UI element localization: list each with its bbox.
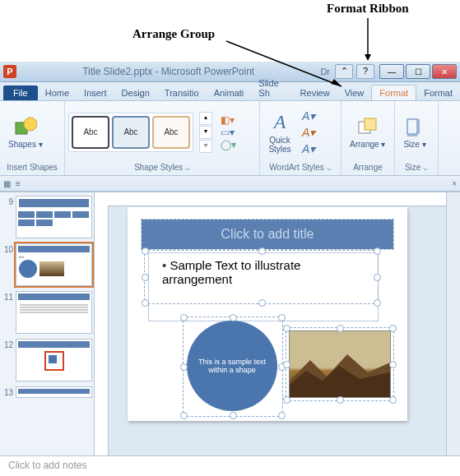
arrange-label: Arrange — [350, 140, 379, 149]
thumbnail-11[interactable]: 11 — [2, 291, 92, 334]
shapes-icon — [14, 115, 37, 138]
group-label-wordart: WordArt Styles — [269, 163, 324, 172]
notes-pane[interactable]: Click to add notes — [0, 455, 460, 476]
app-window: P Title Slide2.pptx - Microsoft PowerPoi… — [0, 62, 460, 476]
style-preset-2[interactable]: Abc — [112, 116, 150, 149]
arrow-format — [364, 18, 372, 63]
group-label-size: Size — [405, 163, 421, 172]
annotation-arrange: Arrange Group — [132, 27, 215, 41]
tab-transitions[interactable]: Transitio — [157, 85, 207, 100]
annotation-format: Format Ribbon — [327, 2, 409, 16]
text-fill-icon[interactable]: A▾ — [302, 109, 315, 122]
maximize-button[interactable]: ☐ — [406, 64, 430, 79]
svg-rect-7 — [365, 118, 376, 130]
outline-tab-icon[interactable]: ≡ — [16, 179, 21, 188]
quick-styles-button[interactable]: A Quick Styles — [263, 109, 296, 155]
gallery-down-icon[interactable]: ▾ — [199, 126, 212, 139]
style-preset-3[interactable]: Abc — [152, 116, 190, 149]
group-wordart: A Quick Styles A▾ A▾ A▾ WordArt Styles ⌵ — [260, 101, 342, 175]
scrollbar-vertical[interactable] — [446, 192, 460, 455]
shapes-button[interactable]: Shapes ▾ — [3, 113, 48, 150]
selection-frame-picture[interactable] — [286, 327, 394, 401]
slide-editor[interactable]: Click to add title • Sample Text to illu… — [95, 192, 446, 455]
selection-frame-body[interactable] — [144, 250, 379, 304]
shape-fill-icon[interactable]: ◧▾ — [221, 114, 236, 126]
size-button[interactable]: Size ▾ — [398, 113, 431, 150]
svg-point-5 — [24, 118, 37, 131]
gallery-up-icon[interactable]: ▴ — [199, 112, 212, 125]
tab-file[interactable]: File — [3, 85, 38, 100]
group-label-shape-styles: Shape Styles — [134, 163, 183, 172]
size-icon — [403, 115, 426, 138]
arrow-arrange — [226, 41, 350, 90]
group-shape-styles: Abc Abc Abc ▴ ▾ ▿ ◧▾ ▭▾ ◯▾ Shape Styles … — [65, 101, 260, 175]
text-effects-icon[interactable]: A▾ — [302, 142, 315, 155]
close-panel-icon[interactable]: × — [452, 179, 457, 188]
svg-marker-1 — [331, 79, 342, 86]
outline-slides-bar: ▦ ≡ × — [0, 176, 460, 192]
thumbnail-10[interactable]: 10 text — [2, 243, 92, 286]
gallery-more-icon[interactable]: ▿ — [199, 140, 212, 153]
shape-outline-icon[interactable]: ▭▾ — [221, 127, 236, 138]
tab-home[interactable]: Home — [38, 85, 77, 100]
group-insert-shapes: Shapes ▾ Insert Shapes — [0, 101, 65, 175]
title-placeholder[interactable]: Click to add title — [141, 219, 394, 250]
minimize-button[interactable]: — — [379, 64, 404, 79]
workspace: 9 10 text 11 12 13 — [0, 192, 460, 455]
ruler-horizontal — [95, 192, 446, 206]
svg-line-0 — [226, 41, 342, 86]
tab-insert[interactable]: Insert — [77, 85, 114, 100]
powerpoint-icon: P — [3, 65, 16, 78]
text-outline-icon[interactable]: A▾ — [302, 126, 315, 139]
svg-marker-3 — [365, 54, 371, 61]
quick-styles-label: Quick Styles — [268, 136, 290, 154]
arrange-icon — [356, 115, 379, 138]
shapes-label: Shapes — [8, 140, 36, 149]
selection-frame-circle[interactable] — [183, 317, 283, 417]
thumbnail-12[interactable]: 12 — [2, 339, 92, 381]
group-size: Size ▾ Size ⌵ — [395, 101, 439, 175]
shape-style-gallery[interactable]: Abc Abc Abc — [68, 113, 193, 152]
tab-format-picture[interactable]: Format — [416, 85, 460, 100]
help-icon[interactable]: ? — [356, 64, 374, 79]
thumbnail-13[interactable]: 13 — [2, 386, 92, 398]
style-preset-1[interactable]: Abc — [72, 116, 109, 149]
quick-styles-icon: A — [268, 111, 291, 134]
group-label-arrange: Arrange — [345, 161, 391, 173]
title-text: Click to add title — [142, 220, 393, 249]
size-label: Size — [403, 140, 419, 149]
slide-canvas[interactable]: Click to add title • Sample Text to illu… — [128, 207, 407, 421]
thumbnail-panel[interactable]: 9 10 text 11 12 13 — [0, 192, 95, 455]
group-arrange: Arrange ▾ Arrange — [342, 101, 395, 175]
thumbnail-9[interactable]: 9 — [2, 196, 92, 238]
svg-rect-8 — [407, 119, 417, 134]
ribbon: Shapes ▾ Insert Shapes Abc Abc Abc ▴ ▾ ▿… — [0, 101, 460, 176]
arrange-button[interactable]: Arrange ▾ — [345, 113, 390, 150]
slides-tab-icon[interactable]: ▦ — [3, 179, 11, 188]
close-button[interactable]: ✕ — [432, 64, 457, 79]
shape-effects-icon[interactable]: ◯▾ — [221, 139, 236, 150]
ruler-vertical — [95, 206, 109, 455]
notes-placeholder: Click to add notes — [8, 460, 86, 471]
tab-design[interactable]: Design — [114, 85, 157, 100]
tab-format-drawing[interactable]: Format — [371, 85, 416, 100]
group-label-insert-shapes: Insert Shapes — [3, 161, 61, 173]
